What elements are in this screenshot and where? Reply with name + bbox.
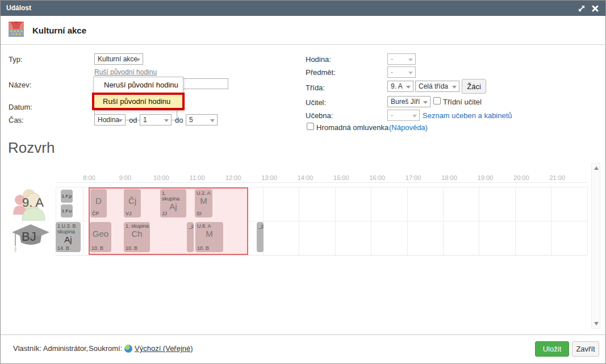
trida-scope-value: Celá třída: [419, 82, 448, 90]
trida-select[interactable]: 9. A: [387, 81, 413, 92]
timeline-divider: [56, 182, 587, 183]
lesson-block[interactable]: _p: [187, 222, 194, 252]
globe-icon: [124, 345, 132, 353]
trida-label: Třída:: [306, 83, 325, 92]
hour-label: 18:00: [441, 174, 457, 181]
ucebna-select-value: -: [391, 111, 393, 119]
close-icon[interactable]: [591, 4, 600, 13]
rozvrh-title: Rozvrh: [8, 139, 55, 157]
chevron-down-icon: [406, 86, 411, 89]
hromadna-omluvenka-label: Hromadná omluvenka: [316, 123, 388, 132]
culture-event-icon: [9, 22, 24, 37]
lesson-block[interactable]: 1.U.3. BskupinaAj14. B: [56, 222, 81, 252]
lesson-block[interactable]: 1.F.u: [61, 204, 73, 217]
typ-select[interactable]: Kulturní akce: [94, 53, 143, 65]
lesson-block[interactable]: ČjVJ: [124, 189, 141, 217]
dialog-header: Kulturní akce: [1, 16, 605, 45]
teacher-row-label: BJ: [22, 229, 36, 244]
scroll-down-icon[interactable]: [594, 322, 599, 325]
scroll-up-icon[interactable]: [594, 166, 599, 170]
hodina-select[interactable]: -: [387, 53, 416, 65]
typ-select-value: Kulturní akce: [98, 55, 137, 63]
predmet-label: Předmět:: [306, 68, 336, 77]
chevron-down-icon: [408, 58, 413, 61]
menu-option-rusi-selected[interactable]: Ruší původní hodinu: [92, 93, 185, 110]
trida-select-value: 9. A: [391, 82, 403, 90]
chevron-down-icon: [164, 119, 169, 122]
hodina-select-value: -: [391, 55, 393, 63]
event-dialog: Událost Kulturní akce Typ:: [0, 0, 606, 364]
chevron-down-icon: [210, 119, 215, 122]
hour-label: 12:00: [225, 174, 241, 181]
hour-label: 9:00: [119, 174, 131, 181]
hour-label: 16:00: [369, 174, 385, 181]
zaci-button[interactable]: Žáci: [462, 79, 486, 94]
do-select[interactable]: 5: [186, 114, 218, 125]
privacy-link[interactable]: Výchozí (Veřejné): [135, 344, 193, 353]
hour-label: 15:00: [333, 174, 349, 181]
rusi-hodinu-link[interactable]: Ruší původní hodinu: [94, 68, 157, 76]
dialog-title: Událost: [6, 4, 31, 12]
ucebna-select[interactable]: -: [387, 110, 420, 121]
rusi-hodinu-menu: Neruší původní hodinu Ruší původní hodin…: [93, 77, 183, 111]
datum-label: Datum:: [9, 103, 32, 111]
cas-mode-select[interactable]: Hodina: [94, 114, 126, 125]
maximize-icon[interactable]: [577, 4, 586, 13]
lesson-block[interactable]: 1.F.p: [61, 190, 73, 203]
lesson-block[interactable]: U.2. AMSI: [195, 189, 212, 217]
hour-label: 8:00: [83, 174, 95, 181]
dialog-titlebar: Událost: [1, 1, 605, 16]
do-label: do: [175, 116, 183, 124]
lesson-block[interactable]: DČP: [90, 189, 107, 217]
do-select-value: 5: [189, 116, 193, 124]
hour-label: 10:00: [153, 174, 169, 181]
event-type-title: Kulturní akce: [32, 26, 86, 35]
cas-mode-value: Hodina: [98, 116, 119, 124]
vertical-scrollbar[interactable]: [591, 163, 600, 329]
od-select[interactable]: 1: [140, 114, 172, 125]
chevron-down-icon: [412, 115, 417, 118]
ucitel-select-value: Bureš Jíří: [391, 98, 420, 106]
tridni-ucitel-checkbox[interactable]: [433, 97, 441, 104]
napoveda-link[interactable]: (Nápověda): [389, 123, 428, 132]
hour-label: 17:00: [406, 174, 421, 181]
chevron-down-icon: [452, 86, 457, 89]
close-button[interactable]: Zavřít: [572, 341, 599, 357]
seznam-uceben-link[interactable]: Seznam učeben a kabinetů: [423, 111, 512, 120]
ucebna-label: Učebna:: [306, 111, 333, 120]
typ-label: Typ:: [9, 55, 23, 64]
od-label: od: [129, 116, 137, 124]
chevron-down-icon: [136, 58, 140, 61]
privacy-label: Soukromí:: [89, 344, 122, 353]
lesson-block[interactable]: U.8. AM10. B: [195, 222, 223, 252]
footer-divider: [1, 334, 605, 335]
predmet-select-value: -: [391, 68, 393, 76]
hour-label: 21:00: [549, 174, 565, 181]
tridni-ucitel-label: Třídní učitel: [443, 98, 482, 106]
lesson-block[interactable]: Geo10. B: [90, 222, 111, 252]
hour-label: 13:00: [261, 174, 277, 181]
ucitel-select[interactable]: Bureš Jíří: [387, 96, 431, 107]
lesson-block[interactable]: 1. skupinaCh10. B: [124, 222, 150, 252]
chevron-down-icon: [118, 119, 123, 122]
grid-bottom-line: [56, 255, 587, 256]
owner-text: Vlastník: Administrátor,: [13, 344, 88, 353]
save-button[interactable]: Uložit: [535, 341, 569, 357]
cas-label: Čas:: [9, 116, 24, 124]
hour-label: 14:00: [298, 174, 314, 181]
hodina-label: Hodina:: [306, 55, 331, 64]
class-row-label: 9. A: [22, 195, 44, 210]
hromadna-omluvenka-checkbox[interactable]: [307, 123, 314, 130]
hour-label: 20:00: [513, 174, 529, 181]
hour-label: 19:00: [478, 174, 494, 181]
chevron-down-icon: [408, 72, 413, 74]
od-select-value: 1: [143, 116, 147, 124]
predmet-select[interactable]: -: [387, 66, 416, 78]
chevron-down-icon: [423, 101, 428, 104]
lesson-block[interactable]: _p: [257, 222, 264, 252]
nazev-label: Název:: [9, 81, 31, 89]
menu-option-nerusi[interactable]: Neruší původní hodinu: [94, 77, 183, 93]
trida-scope-select[interactable]: Celá třída: [415, 81, 459, 92]
lesson-block[interactable]: 1.skupinaAjJJ: [160, 189, 186, 217]
ucitel-label: Učitel:: [306, 98, 326, 107]
